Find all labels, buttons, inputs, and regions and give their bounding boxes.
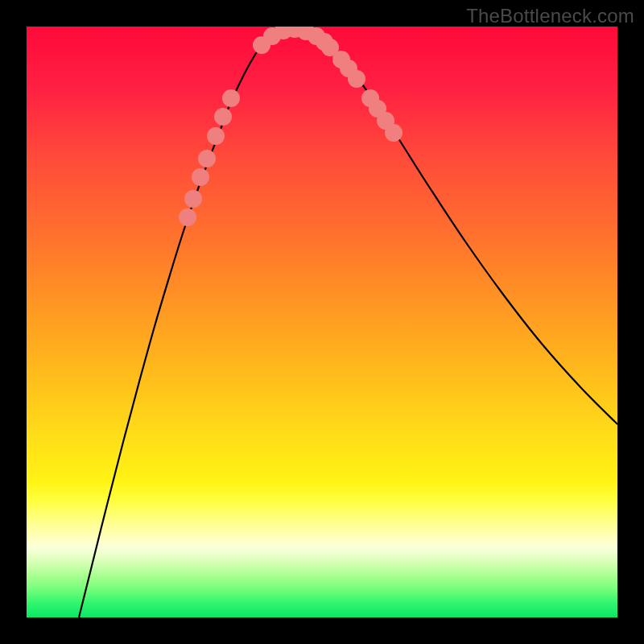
data-marker	[198, 150, 216, 167]
data-marker	[207, 127, 225, 145]
watermark-text: TheBottleneck.com	[466, 5, 634, 27]
plot-area	[27, 27, 617, 617]
data-marker	[214, 108, 232, 126]
bottleneck-curve	[27, 27, 617, 617]
data-marker	[192, 168, 209, 186]
data-marker	[348, 70, 365, 88]
data-marker	[385, 124, 402, 142]
data-marker	[179, 208, 196, 226]
data-marker	[222, 89, 240, 107]
data-marker	[184, 190, 202, 208]
outer-frame: TheBottleneck.com	[0, 0, 644, 644]
